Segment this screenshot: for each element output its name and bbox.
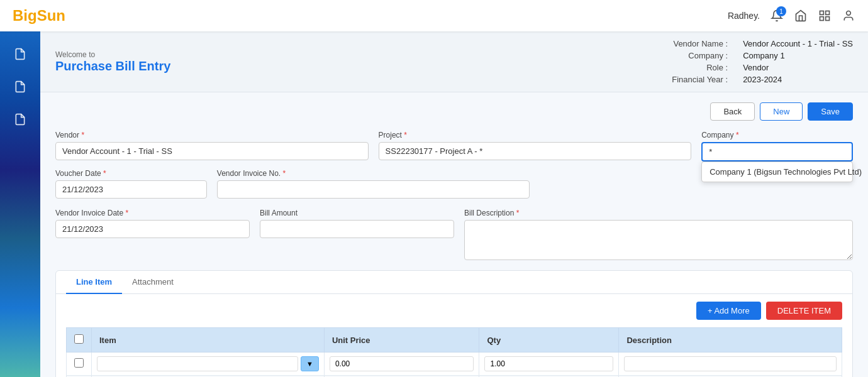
- vendor-invoice-no-label: Vendor Invoice No. *: [217, 169, 530, 178]
- brand-accent: Sun: [37, 7, 65, 24]
- save-button[interactable]: Save: [808, 102, 853, 121]
- new-button[interactable]: New: [760, 102, 803, 121]
- user-icon[interactable]: [842, 9, 855, 23]
- svg-point-4: [847, 11, 851, 16]
- vendor-input[interactable]: [55, 142, 369, 160]
- bill-amount-field: Bill Amount: [260, 209, 454, 260]
- row-item-input-0[interactable]: [97, 356, 298, 371]
- tab-content-line-item: + Add More DELETE ITEM Item Unit Price: [56, 294, 852, 377]
- row-description-input-0[interactable]: [624, 356, 837, 371]
- vendor-label: Vendor *: [55, 131, 369, 139]
- form-grid-row3: Vendor Invoice Date * Bill Amount Bill D…: [55, 209, 853, 260]
- svg-rect-2: [826, 17, 830, 21]
- sidebar-item-1[interactable]: [8, 41, 33, 67]
- sidebar: [0, 31, 40, 377]
- row-unit-price-cell-0: [324, 352, 479, 376]
- table-header-row: Item Unit Price Qty Description: [67, 328, 842, 352]
- brand-logo: BigSun: [13, 7, 65, 25]
- tab-line-item[interactable]: Line Item: [66, 271, 122, 294]
- bill-amount-label: Bill Amount: [260, 209, 454, 217]
- svg-rect-3: [820, 17, 824, 21]
- grid-icon[interactable]: [818, 9, 832, 23]
- form-toolbar: Back New Save: [55, 102, 853, 121]
- bill-description-field: Bill Description *: [464, 209, 853, 260]
- company-input-wrapper: Company 1 (Bigsun Technologies Pvt Ltd): [701, 142, 853, 161]
- header-right: Vendor Name : Vendor Account - 1 - Trial…: [672, 39, 853, 84]
- navbar: BigSun Radhey. 1: [0, 0, 868, 31]
- project-input[interactable]: [379, 142, 692, 160]
- svg-rect-1: [826, 11, 830, 15]
- company-field: Company * Company 1 (Bigsun Technologies…: [701, 131, 853, 161]
- sidebar-item-2[interactable]: [8, 74, 33, 99]
- vendor-invoice-date-input[interactable]: [55, 220, 250, 238]
- vendor-name-label: Vendor Name :: [672, 39, 728, 48]
- tabs-header: Line Item Attachment: [56, 271, 852, 294]
- voucher-date-label: Voucher Date *: [55, 169, 207, 178]
- home-icon[interactable]: [794, 9, 808, 23]
- voucher-date-field: Voucher Date *: [55, 169, 207, 199]
- vendor-field: Vendor *: [55, 131, 369, 161]
- username-label: Radhey.: [728, 11, 760, 21]
- header-left: Welcome to Purchase Bill Entry: [55, 50, 170, 74]
- sidebar-item-3[interactable]: [8, 107, 33, 132]
- main-layout: Welcome to Purchase Bill Entry Vendor Na…: [0, 31, 868, 377]
- header-bar: Welcome to Purchase Bill Entry Vendor Na…: [40, 31, 868, 92]
- th-description: Description: [619, 328, 842, 352]
- vendor-name-value: Vendor Account - 1 - Trial - SS: [743, 39, 853, 48]
- project-field: Project *: [379, 131, 692, 161]
- th-item: Item: [92, 328, 325, 352]
- project-label: Project *: [379, 131, 692, 139]
- row-qty-cell-0: [479, 352, 619, 376]
- table-row: ▼: [67, 352, 842, 376]
- content-area: Welcome to Purchase Bill Entry Vendor Na…: [40, 31, 868, 377]
- company-dropdown-option[interactable]: Company 1 (Bigsun Technologies Pvt Ltd): [701, 161, 853, 182]
- bill-description-textarea[interactable]: [464, 220, 853, 260]
- notification-badge: 1: [776, 6, 786, 16]
- vendor-invoice-no-field: Vendor Invoice No. *: [217, 169, 530, 199]
- company-info-label: Company :: [672, 51, 728, 60]
- company-info-value: Company 1: [743, 51, 853, 60]
- vendor-invoice-date-label: Vendor Invoice Date *: [55, 209, 250, 217]
- line-item-toolbar: + Add More DELETE ITEM: [66, 302, 842, 320]
- row-unit-price-input-0[interactable]: [330, 356, 474, 371]
- form-area: Back New Save Vendor * Project *: [40, 92, 868, 377]
- th-unit-price: Unit Price: [324, 328, 479, 352]
- row-checkbox-0[interactable]: [74, 358, 84, 368]
- add-more-button[interactable]: + Add More: [696, 302, 761, 320]
- row-item-select-btn-0[interactable]: ▼: [301, 356, 319, 371]
- th-checkbox: [67, 328, 92, 352]
- delete-item-button[interactable]: DELETE ITEM: [766, 302, 842, 320]
- vendor-invoice-date-field: Vendor Invoice Date *: [55, 209, 250, 260]
- line-items-tbody: ▼ ▼: [67, 352, 842, 378]
- company-field-label: Company *: [701, 131, 853, 139]
- brand-main: Big: [13, 7, 37, 24]
- navbar-right: Radhey. 1: [728, 9, 855, 23]
- bill-amount-input[interactable]: [260, 220, 454, 238]
- back-button[interactable]: Back: [710, 102, 755, 121]
- tabs-container: Line Item Attachment + Add More DELETE I…: [55, 270, 853, 377]
- page-title: Purchase Bill Entry: [55, 59, 170, 74]
- role-value: Vendor: [743, 63, 853, 72]
- company-input[interactable]: [701, 142, 853, 161]
- row-qty-input-0[interactable]: [484, 356, 613, 371]
- svg-rect-0: [820, 11, 824, 15]
- bill-description-label: Bill Description *: [464, 209, 853, 217]
- role-label: Role :: [672, 63, 728, 72]
- vendor-invoice-no-input[interactable]: [217, 180, 530, 199]
- row-item-cell-0: ▼: [92, 352, 325, 376]
- row-checkbox-cell-0: [67, 352, 92, 376]
- row-description-cell-0: [619, 352, 842, 376]
- tab-attachment[interactable]: Attachment: [122, 271, 184, 294]
- form-grid-row1: Vendor * Project * Company *: [55, 131, 853, 161]
- notification-icon[interactable]: 1: [770, 9, 784, 23]
- financial-year-label: Financial Year :: [672, 75, 728, 84]
- welcome-text: Welcome to: [55, 50, 170, 59]
- th-qty: Qty: [479, 328, 619, 352]
- voucher-date-input[interactable]: [55, 180, 207, 199]
- line-items-table: Item Unit Price Qty Description: [66, 327, 842, 377]
- select-all-checkbox[interactable]: [74, 334, 84, 344]
- financial-year-value: 2023-2024: [743, 75, 853, 84]
